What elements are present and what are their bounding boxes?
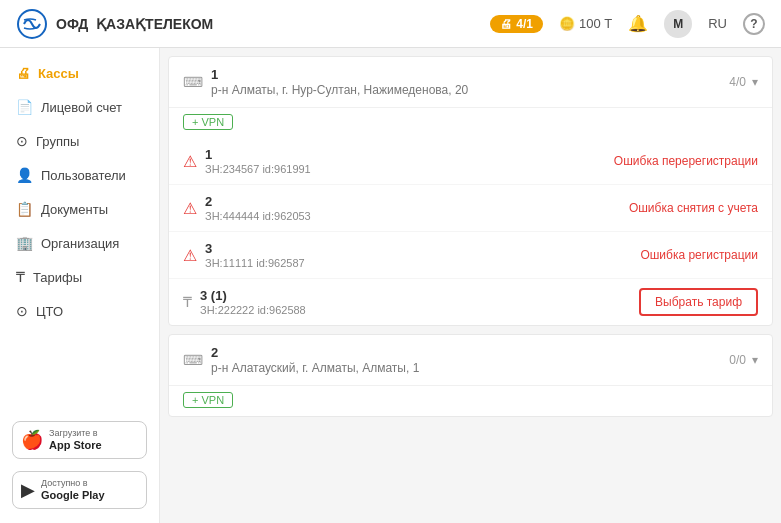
item3-num: 3 xyxy=(205,241,632,256)
sidebar-gruppy-label: Группы xyxy=(36,134,79,149)
sidebar-tarify-label: Тарифы xyxy=(33,270,82,285)
cash-count: 4/1 xyxy=(516,17,533,31)
group2-number: 2 xyxy=(211,345,419,360)
sidebar-item-dokumenty[interactable]: 📋 Документы xyxy=(0,192,159,226)
sidebar-gruppy-icon: ⊙ xyxy=(16,133,28,149)
group2-address: р-н Алатауский, г. Алматы, Алматы, 1 xyxy=(211,361,419,375)
sidebar-dokumenty-label: Документы xyxy=(41,202,108,217)
item3-serial: ЗН:11111 id:962587 xyxy=(205,257,632,269)
app-root: ОФД ҚАЗАҚТЕЛЕКОМ 🖨 4/1 🪙 100 Т 🔔 М RU ? … xyxy=(0,0,781,523)
sidebar-licevoj-icon: 📄 xyxy=(16,99,33,115)
cash-icon: 🖨 xyxy=(500,17,512,31)
coin-icon: 🪙 xyxy=(559,16,575,31)
main-layout: 🖨 Кассы 📄 Лицевой счет ⊙ Группы 👤 Пользо… xyxy=(0,48,781,523)
group2-vpn-row: + VPN xyxy=(169,386,772,416)
cash-group-1-header[interactable]: ⌨ 1 р-н Алматы, г. Нур-Султан, Нажимеден… xyxy=(169,57,772,108)
google-play-name: Google Play xyxy=(41,489,105,502)
app-store-name: App Store xyxy=(49,439,102,452)
group1-address: р-н Алматы, г. Нур-Султан, Нажимеденова,… xyxy=(211,83,468,97)
sidebar-item-tarify[interactable]: ₸ Тарифы xyxy=(0,260,159,294)
sidebar-item-cto[interactable]: ⊙ ЦТО xyxy=(0,294,159,328)
notifications-button[interactable]: 🔔 xyxy=(628,14,648,33)
app-store-button[interactable]: 🍎 Загрузите в App Store xyxy=(12,421,147,459)
group1-keyboard-icon: ⌨ xyxy=(183,74,203,90)
group2-vpn-button[interactable]: + VPN xyxy=(183,392,233,408)
sidebar-item-polzovateli[interactable]: 👤 Пользователи xyxy=(0,158,159,192)
sidebar: 🖨 Кассы 📄 Лицевой счет ⊙ Группы 👤 Пользо… xyxy=(0,48,160,523)
item2-status: Ошибка снятия с учета xyxy=(629,201,758,215)
group1-vpn-row: + VPN xyxy=(169,108,772,138)
sidebar-organizaciya-icon: 🏢 xyxy=(16,235,33,251)
item4-serial: ЗН:222222 id:962588 xyxy=(200,304,631,316)
user-avatar[interactable]: М xyxy=(664,10,692,38)
sidebar-kassы-label: Кассы xyxy=(38,66,79,81)
item1-serial: ЗН:234567 id:961991 xyxy=(205,163,606,175)
sidebar-tarify-icon: ₸ xyxy=(16,269,25,285)
cash-item-3: ⚠ 3 ЗН:11111 id:962587 Ошибка регистраци… xyxy=(169,232,772,279)
sidebar-item-licevoj-schet[interactable]: 📄 Лицевой счет xyxy=(0,90,159,124)
tenge-icon-4: ₸ xyxy=(183,294,192,310)
sidebar-organizaciya-label: Организация xyxy=(41,236,119,251)
balance-display: 🪙 100 Т xyxy=(559,16,612,31)
language-selector[interactable]: RU xyxy=(708,16,727,31)
sidebar-licevoj-label: Лицевой счет xyxy=(41,100,122,115)
item2-num: 2 xyxy=(205,194,621,209)
balance-amount: 100 Т xyxy=(579,16,612,31)
brand-prefix: ОФД xyxy=(56,16,88,32)
cash-counter-pill[interactable]: 🖨 4/1 xyxy=(490,15,543,33)
help-button[interactable]: ? xyxy=(743,13,765,35)
sidebar-dokumenty-icon: 📋 xyxy=(16,201,33,217)
sidebar-polzovateli-label: Пользователи xyxy=(41,168,126,183)
sidebar-item-organizaciya[interactable]: 🏢 Организация xyxy=(0,226,159,260)
item1-status: Ошибка перерегистрации xyxy=(614,154,758,168)
group1-vpn-button[interactable]: + VPN xyxy=(183,114,233,130)
group2-keyboard-icon: ⌨ xyxy=(183,352,203,368)
logo-icon xyxy=(16,8,48,40)
sidebar-polzovateli-icon: 👤 xyxy=(16,167,33,183)
brand-name: ҚАЗАҚТЕЛЕКОМ xyxy=(96,16,213,32)
cash-group-1: ⌨ 1 р-н Алматы, г. Нур-Султан, Нажимеден… xyxy=(168,56,773,326)
item4-num: 3 (1) xyxy=(200,288,631,303)
sidebar-item-gruppy[interactable]: ⊙ Группы xyxy=(0,124,159,158)
avatar-label: М xyxy=(673,17,683,31)
apple-icon: 🍎 xyxy=(21,429,43,451)
google-play-button[interactable]: ▶ Доступно в Google Play xyxy=(12,471,147,509)
select-tariff-button[interactable]: Выбрать тариф xyxy=(639,288,758,316)
group1-chevron-icon: ▾ xyxy=(752,75,758,89)
content-area: ⌨ 1 р-н Алматы, г. Нур-Султан, Нажимеден… xyxy=(160,48,781,523)
cash-group-2: ⌨ 2 р-н Алатауский, г. Алматы, Алматы, 1… xyxy=(168,334,773,417)
brand: ОФД ҚАЗАҚТЕЛЕКОМ xyxy=(16,8,213,40)
item2-serial: ЗН:444444 id:962053 xyxy=(205,210,621,222)
warn-icon-1: ⚠ xyxy=(183,152,197,171)
warn-icon-2: ⚠ xyxy=(183,199,197,218)
sidebar-kassы-icon: 🖨 xyxy=(16,65,30,81)
cash-item-4: ₸ 3 (1) ЗН:222222 id:962588 Выбрать тари… xyxy=(169,279,772,325)
header: ОФД ҚАЗАҚТЕЛЕКОМ 🖨 4/1 🪙 100 Т 🔔 М RU ? xyxy=(0,0,781,48)
cash-item-1: ⚠ 1 ЗН:234567 id:961991 Ошибка перерегис… xyxy=(169,138,772,185)
cash-item-2: ⚠ 2 ЗН:444444 id:962053 Ошибка снятия с … xyxy=(169,185,772,232)
item1-num: 1 xyxy=(205,147,606,162)
warn-icon-3: ⚠ xyxy=(183,246,197,265)
app-store-sub: Загрузите в xyxy=(49,428,102,439)
sidebar-cto-label: ЦТО xyxy=(36,304,63,319)
item3-status: Ошибка регистрации xyxy=(640,248,758,262)
group2-chevron-icon: ▾ xyxy=(752,353,758,367)
group1-number: 1 xyxy=(211,67,468,82)
cash-group-2-header[interactable]: ⌨ 2 р-н Алатауский, г. Алматы, Алматы, 1… xyxy=(169,335,772,386)
google-play-icon: ▶ xyxy=(21,479,35,501)
group2-counter: 0/0 xyxy=(729,353,746,367)
sidebar-cto-icon: ⊙ xyxy=(16,303,28,319)
google-play-sub: Доступно в xyxy=(41,478,105,489)
sidebar-item-kassы[interactable]: 🖨 Кассы xyxy=(0,56,159,90)
group1-counter: 4/0 xyxy=(729,75,746,89)
